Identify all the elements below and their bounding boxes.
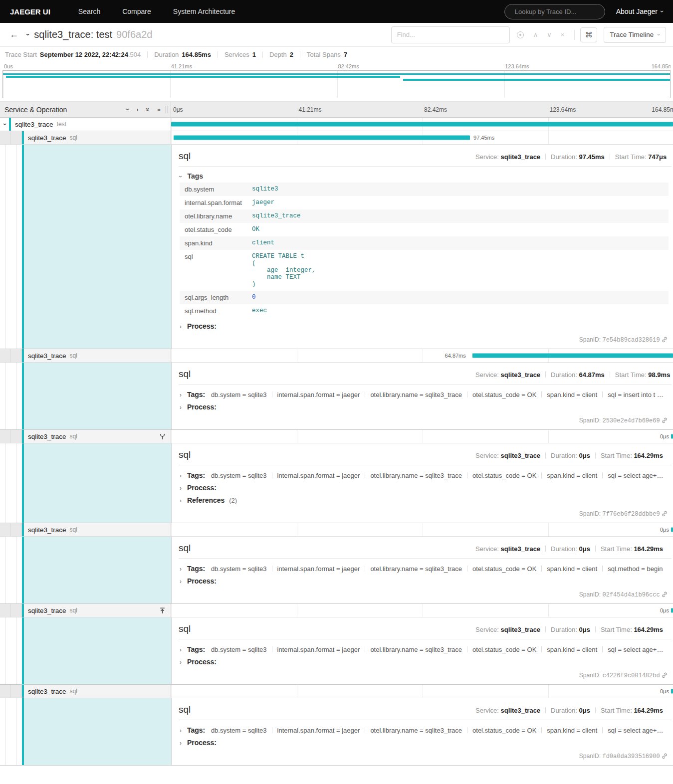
expand-one-icon[interactable]: › (136, 106, 138, 113)
process-section-toggle[interactable]: › Process: (180, 658, 672, 666)
clear-find-icon[interactable]: × (561, 31, 565, 38)
chevron-down-icon[interactable]: › (1, 123, 8, 125)
link-icon[interactable] (662, 672, 668, 678)
next-match-icon[interactable]: ∨ (547, 31, 552, 38)
tags-section-toggle[interactable]: › Tags: db.system = sqlite3internal.span… (180, 645, 672, 653)
span-detail-indent (0, 617, 171, 684)
references-section-toggle[interactable]: › References (2) (180, 496, 672, 504)
span-duration-bar[interactable] (671, 434, 673, 439)
process-section-toggle[interactable]: › Process: (180, 322, 672, 330)
span-row[interactable]: sqlite3_trace sql 0μs (0, 685, 673, 698)
minimap-viewport[interactable] (2, 70, 671, 98)
span-color-bar (22, 604, 24, 617)
span-color-bar (22, 430, 24, 443)
span-timeline-cell[interactable]: 0μs (171, 430, 673, 443)
span-color-bar (22, 523, 24, 536)
detail-meta: Service: sqlite3_traceDuration: 64.87msS… (475, 371, 672, 379)
top-nav: JAEGER UI Search Compare System Architec… (0, 0, 673, 23)
span-operation: sql (70, 688, 77, 695)
focus-span-icon[interactable] (517, 31, 524, 38)
process-section-toggle[interactable]: › Process: (180, 484, 672, 492)
span-duration-label: 0μs (660, 527, 669, 533)
detail-meta: Service: sqlite3_traceDuration: 0μsStart… (475, 545, 672, 553)
tags-section-toggle[interactable]: › Tags: db.system = sqlite3internal.span… (180, 726, 672, 734)
detail-meta: Service: sqlite3_traceDuration: 0μsStart… (475, 452, 672, 459)
depth-label: Depth (269, 51, 287, 58)
span-timeline-cell[interactable]: 97.45ms (171, 131, 673, 144)
find-input[interactable] (391, 26, 510, 43)
span-duration-bar[interactable] (671, 689, 673, 694)
indent-guide (11, 349, 22, 362)
column-resizer-handle[interactable] (166, 106, 168, 113)
span-timeline-cell[interactable]: 64.87ms (171, 349, 673, 362)
service-operation-header: Service & Operation › › » » (0, 102, 171, 117)
timeline-ticks: 0μs 41.21ms 82.42ms 123.64ms 164.85ms (171, 102, 673, 117)
trace-id-search-input[interactable] (515, 8, 603, 15)
span-timeline-cell[interactable]: 0μs (171, 685, 673, 698)
link-icon[interactable] (662, 337, 668, 343)
services-value: 1 (252, 51, 256, 58)
process-section-toggle[interactable]: › Process: (180, 739, 672, 747)
span-duration-label: 64.87ms (445, 353, 466, 359)
expand-all-icon[interactable]: » (157, 106, 161, 113)
indent-guide (0, 430, 11, 443)
span-color-bar (22, 131, 24, 144)
span-row[interactable]: sqlite3_trace sql 0μs (0, 523, 673, 537)
prev-match-icon[interactable]: ∧ (533, 31, 538, 38)
indent-guide (11, 131, 22, 144)
trace-minimap[interactable]: 0us 41.21ms 82.42ms 123.64ms 164.85ms (0, 62, 673, 101)
span-row[interactable]: sqlite3_trace sql 64.87ms (0, 349, 673, 363)
span-row[interactable]: sqlite3_trace sql 0μs (0, 430, 673, 443)
process-section-toggle[interactable]: › Process: (180, 577, 672, 585)
span-duration-bar[interactable] (671, 528, 673, 532)
app-brand[interactable]: JAEGER UI (10, 7, 50, 16)
about-jaeger-menu[interactable]: About Jaeger › (616, 7, 663, 15)
link-icon[interactable] (662, 417, 668, 423)
references-count: (2) (229, 497, 237, 504)
keyboard-shortcuts-button[interactable]: ⌘ (580, 27, 597, 42)
timeline-header: Service & Operation › › » » 0μs 41.21ms … (0, 101, 673, 118)
span-timeline-cell[interactable]: 0μs (171, 604, 673, 617)
trace-id-short: 90f6a2d (116, 29, 152, 40)
span-row[interactable]: sqlite3_trace sql 0μs (0, 604, 673, 617)
indent-guide (0, 131, 11, 144)
tags-section-toggle[interactable]: › Tags: db.system = sqlite3internal.span… (180, 471, 672, 479)
link-icon[interactable] (662, 753, 668, 759)
tags-section-toggle[interactable]: › Tags (180, 172, 672, 181)
link-icon[interactable] (662, 591, 668, 597)
tags-section-toggle[interactable]: › Tags: db.system = sqlite3internal.span… (180, 565, 672, 573)
indent-guide (11, 685, 22, 698)
span-duration-bar[interactable] (171, 122, 673, 127)
detail-operation-name: sql (179, 623, 191, 634)
link-icon[interactable] (662, 511, 668, 517)
trace-summary-bar: Trace Start September 12 2022, 22:42:24.… (0, 47, 673, 62)
span-timeline-cell[interactable]: 0μs (171, 523, 673, 536)
tag-row: internal.span.formatjaeger (180, 196, 669, 209)
detail-meta: Service: sqlite3_traceDuration: 0μsStart… (475, 707, 672, 714)
span-row-root[interactable]: › sqlite3_trace test (0, 118, 673, 131)
collapse-all-icon[interactable]: » (144, 108, 152, 111)
collapse-trace-chevron-icon[interactable]: › (24, 33, 32, 35)
span-color-bar (22, 349, 24, 362)
span-duration-bar[interactable] (671, 608, 673, 613)
page-title: sqlite3_trace: test90f6a2d (34, 29, 152, 40)
chevron-right-icon: › (180, 404, 182, 411)
back-button[interactable]: ← (7, 29, 21, 40)
span-timeline-cell[interactable] (171, 118, 673, 131)
nav-item-system-architecture[interactable]: System Architecture (173, 7, 235, 15)
span-duration-bar[interactable] (472, 354, 673, 358)
trace-view-select[interactable]: Trace Timeline › (604, 27, 666, 43)
trace-id-search-box[interactable] (504, 4, 605, 19)
span-color-fill (22, 363, 171, 429)
span-id-row: SpanID: 2530e2e4d7b69e69 (179, 412, 672, 425)
trace-start-value: September 12 2022, 22:42:24.504 (40, 51, 141, 58)
nav-item-compare[interactable]: Compare (122, 7, 151, 15)
collapse-one-icon[interactable]: › (124, 108, 132, 110)
span-row[interactable]: sqlite3_trace sql 97.45ms (0, 131, 673, 145)
span-duration-label: 97.45ms (473, 135, 494, 141)
span-duration-bar[interactable] (174, 136, 470, 140)
process-section-toggle[interactable]: › Process: (180, 403, 672, 411)
tags-section-toggle[interactable]: › Tags: db.system = sqlite3internal.span… (180, 391, 672, 398)
nav-item-search[interactable]: Search (78, 7, 100, 15)
span-id-value: fd0a0da393516900 (602, 753, 660, 760)
